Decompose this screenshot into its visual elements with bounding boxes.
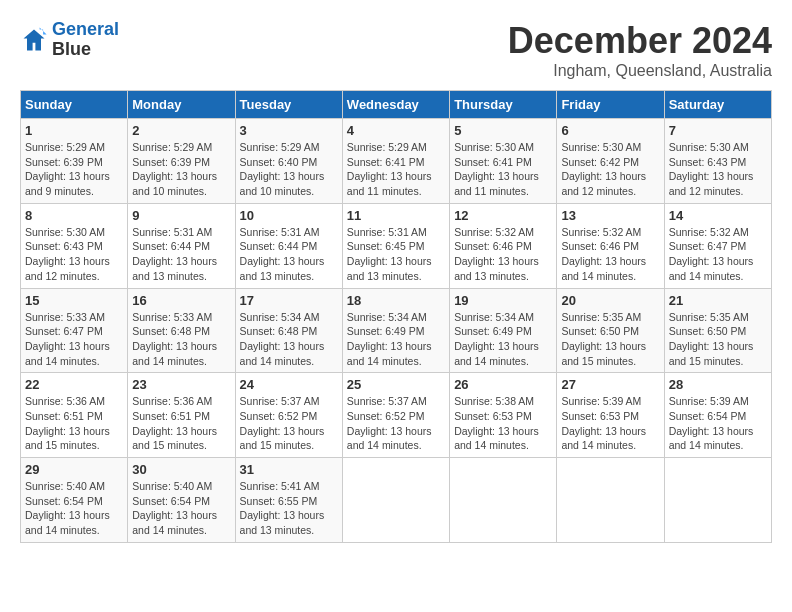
day-info: Sunrise: 5:31 AM Sunset: 6:44 PM Dayligh… xyxy=(132,225,230,284)
day-number: 27 xyxy=(561,377,659,392)
calendar-cell: 6 Sunrise: 5:30 AM Sunset: 6:42 PM Dayli… xyxy=(557,119,664,204)
col-tuesday: Tuesday xyxy=(235,91,342,119)
calendar-cell: 13 Sunrise: 5:32 AM Sunset: 6:46 PM Dayl… xyxy=(557,203,664,288)
week-row-3: 15 Sunrise: 5:33 AM Sunset: 6:47 PM Dayl… xyxy=(21,288,772,373)
calendar-cell: 18 Sunrise: 5:34 AM Sunset: 6:49 PM Dayl… xyxy=(342,288,449,373)
logo-line1: General xyxy=(52,19,119,39)
day-info: Sunrise: 5:33 AM Sunset: 6:47 PM Dayligh… xyxy=(25,310,123,369)
calendar-cell: 23 Sunrise: 5:36 AM Sunset: 6:51 PM Dayl… xyxy=(128,373,235,458)
day-number: 5 xyxy=(454,123,552,138)
day-info: Sunrise: 5:29 AM Sunset: 6:41 PM Dayligh… xyxy=(347,140,445,199)
day-info: Sunrise: 5:34 AM Sunset: 6:48 PM Dayligh… xyxy=(240,310,338,369)
day-number: 21 xyxy=(669,293,767,308)
day-info: Sunrise: 5:34 AM Sunset: 6:49 PM Dayligh… xyxy=(347,310,445,369)
day-number: 3 xyxy=(240,123,338,138)
day-number: 14 xyxy=(669,208,767,223)
calendar-cell: 14 Sunrise: 5:32 AM Sunset: 6:47 PM Dayl… xyxy=(664,203,771,288)
calendar-cell: 3 Sunrise: 5:29 AM Sunset: 6:40 PM Dayli… xyxy=(235,119,342,204)
col-thursday: Thursday xyxy=(450,91,557,119)
day-number: 7 xyxy=(669,123,767,138)
calendar-cell: 21 Sunrise: 5:35 AM Sunset: 6:50 PM Dayl… xyxy=(664,288,771,373)
day-info: Sunrise: 5:34 AM Sunset: 6:49 PM Dayligh… xyxy=(454,310,552,369)
day-info: Sunrise: 5:29 AM Sunset: 6:40 PM Dayligh… xyxy=(240,140,338,199)
calendar-cell: 7 Sunrise: 5:30 AM Sunset: 6:43 PM Dayli… xyxy=(664,119,771,204)
logo-text: General Blue xyxy=(52,20,119,60)
day-info: Sunrise: 5:30 AM Sunset: 6:43 PM Dayligh… xyxy=(25,225,123,284)
day-info: Sunrise: 5:40 AM Sunset: 6:54 PM Dayligh… xyxy=(25,479,123,538)
day-number: 25 xyxy=(347,377,445,392)
calendar-cell: 22 Sunrise: 5:36 AM Sunset: 6:51 PM Dayl… xyxy=(21,373,128,458)
day-info: Sunrise: 5:31 AM Sunset: 6:44 PM Dayligh… xyxy=(240,225,338,284)
day-number: 31 xyxy=(240,462,338,477)
day-number: 4 xyxy=(347,123,445,138)
week-row-5: 29 Sunrise: 5:40 AM Sunset: 6:54 PM Dayl… xyxy=(21,458,772,543)
day-number: 28 xyxy=(669,377,767,392)
calendar-cell: 20 Sunrise: 5:35 AM Sunset: 6:50 PM Dayl… xyxy=(557,288,664,373)
day-number: 10 xyxy=(240,208,338,223)
calendar-cell xyxy=(450,458,557,543)
day-info: Sunrise: 5:36 AM Sunset: 6:51 PM Dayligh… xyxy=(132,394,230,453)
day-number: 13 xyxy=(561,208,659,223)
day-info: Sunrise: 5:29 AM Sunset: 6:39 PM Dayligh… xyxy=(25,140,123,199)
calendar-cell: 29 Sunrise: 5:40 AM Sunset: 6:54 PM Dayl… xyxy=(21,458,128,543)
day-number: 11 xyxy=(347,208,445,223)
week-row-2: 8 Sunrise: 5:30 AM Sunset: 6:43 PM Dayli… xyxy=(21,203,772,288)
calendar-cell: 10 Sunrise: 5:31 AM Sunset: 6:44 PM Dayl… xyxy=(235,203,342,288)
day-info: Sunrise: 5:30 AM Sunset: 6:41 PM Dayligh… xyxy=(454,140,552,199)
day-number: 30 xyxy=(132,462,230,477)
day-info: Sunrise: 5:32 AM Sunset: 6:47 PM Dayligh… xyxy=(669,225,767,284)
page-header: General Blue December 2024 Ingham, Queen… xyxy=(20,20,772,80)
day-number: 17 xyxy=(240,293,338,308)
day-info: Sunrise: 5:32 AM Sunset: 6:46 PM Dayligh… xyxy=(561,225,659,284)
day-number: 18 xyxy=(347,293,445,308)
calendar-cell: 25 Sunrise: 5:37 AM Sunset: 6:52 PM Dayl… xyxy=(342,373,449,458)
calendar-cell: 27 Sunrise: 5:39 AM Sunset: 6:53 PM Dayl… xyxy=(557,373,664,458)
calendar-cell: 30 Sunrise: 5:40 AM Sunset: 6:54 PM Dayl… xyxy=(128,458,235,543)
day-number: 16 xyxy=(132,293,230,308)
calendar-cell: 11 Sunrise: 5:31 AM Sunset: 6:45 PM Dayl… xyxy=(342,203,449,288)
day-number: 24 xyxy=(240,377,338,392)
logo-line2: Blue xyxy=(52,40,119,60)
day-number: 1 xyxy=(25,123,123,138)
week-row-4: 22 Sunrise: 5:36 AM Sunset: 6:51 PM Dayl… xyxy=(21,373,772,458)
calendar-cell: 12 Sunrise: 5:32 AM Sunset: 6:46 PM Dayl… xyxy=(450,203,557,288)
day-info: Sunrise: 5:39 AM Sunset: 6:54 PM Dayligh… xyxy=(669,394,767,453)
calendar-cell xyxy=(664,458,771,543)
day-number: 8 xyxy=(25,208,123,223)
col-friday: Friday xyxy=(557,91,664,119)
col-saturday: Saturday xyxy=(664,91,771,119)
day-info: Sunrise: 5:30 AM Sunset: 6:43 PM Dayligh… xyxy=(669,140,767,199)
day-info: Sunrise: 5:37 AM Sunset: 6:52 PM Dayligh… xyxy=(347,394,445,453)
day-number: 22 xyxy=(25,377,123,392)
calendar-cell: 31 Sunrise: 5:41 AM Sunset: 6:55 PM Dayl… xyxy=(235,458,342,543)
day-info: Sunrise: 5:29 AM Sunset: 6:39 PM Dayligh… xyxy=(132,140,230,199)
calendar-cell: 28 Sunrise: 5:39 AM Sunset: 6:54 PM Dayl… xyxy=(664,373,771,458)
calendar-cell: 17 Sunrise: 5:34 AM Sunset: 6:48 PM Dayl… xyxy=(235,288,342,373)
day-info: Sunrise: 5:32 AM Sunset: 6:46 PM Dayligh… xyxy=(454,225,552,284)
col-monday: Monday xyxy=(128,91,235,119)
day-number: 6 xyxy=(561,123,659,138)
header-row: Sunday Monday Tuesday Wednesday Thursday… xyxy=(21,91,772,119)
day-number: 2 xyxy=(132,123,230,138)
calendar-cell xyxy=(342,458,449,543)
calendar-cell: 2 Sunrise: 5:29 AM Sunset: 6:39 PM Dayli… xyxy=(128,119,235,204)
day-number: 19 xyxy=(454,293,552,308)
day-info: Sunrise: 5:33 AM Sunset: 6:48 PM Dayligh… xyxy=(132,310,230,369)
calendar-cell xyxy=(557,458,664,543)
day-info: Sunrise: 5:35 AM Sunset: 6:50 PM Dayligh… xyxy=(561,310,659,369)
day-info: Sunrise: 5:36 AM Sunset: 6:51 PM Dayligh… xyxy=(25,394,123,453)
day-info: Sunrise: 5:37 AM Sunset: 6:52 PM Dayligh… xyxy=(240,394,338,453)
month-title: December 2024 xyxy=(508,20,772,62)
col-sunday: Sunday xyxy=(21,91,128,119)
calendar-cell: 26 Sunrise: 5:38 AM Sunset: 6:53 PM Dayl… xyxy=(450,373,557,458)
day-info: Sunrise: 5:40 AM Sunset: 6:54 PM Dayligh… xyxy=(132,479,230,538)
day-info: Sunrise: 5:31 AM Sunset: 6:45 PM Dayligh… xyxy=(347,225,445,284)
day-number: 9 xyxy=(132,208,230,223)
day-number: 23 xyxy=(132,377,230,392)
col-wednesday: Wednesday xyxy=(342,91,449,119)
calendar-cell: 16 Sunrise: 5:33 AM Sunset: 6:48 PM Dayl… xyxy=(128,288,235,373)
day-number: 29 xyxy=(25,462,123,477)
location-title: Ingham, Queensland, Australia xyxy=(508,62,772,80)
calendar-table: Sunday Monday Tuesday Wednesday Thursday… xyxy=(20,90,772,543)
calendar-cell: 8 Sunrise: 5:30 AM Sunset: 6:43 PM Dayli… xyxy=(21,203,128,288)
